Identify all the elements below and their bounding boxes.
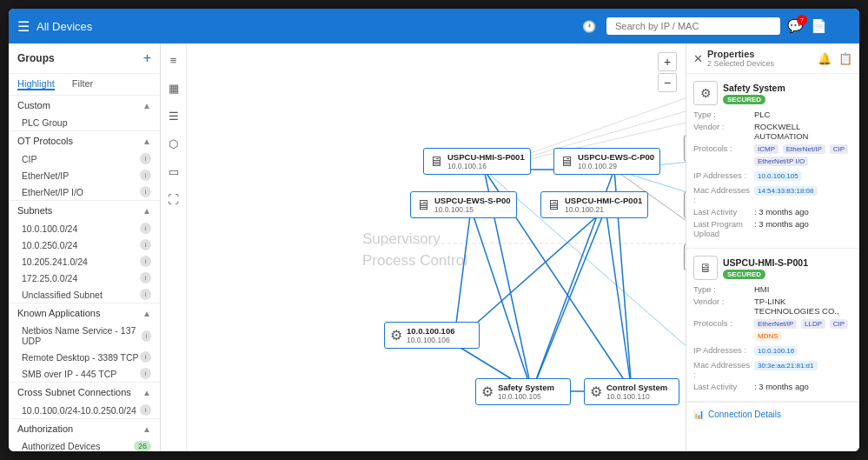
info-icon-rdp[interactable]: i <box>140 351 151 363</box>
tool-box[interactable]: ▭ <box>164 162 183 181</box>
info-icon-ethernetip[interactable]: i <box>140 170 151 181</box>
sidebar-item-subnet-4[interactable]: 172.25.0.0/24 i <box>9 270 160 286</box>
info-icon-subnet1[interactable]: i <box>140 223 151 234</box>
hmi-protocol-ethernetip: EtherNet/IP <box>754 319 797 329</box>
sidebar-item-cross-subnet[interactable]: 10.0.100.0/24-10.0.250.0/24 i <box>9 402 160 418</box>
info-icon-subnet2[interactable]: i <box>140 239 151 250</box>
device-node-uspcu-hmi-c-p001[interactable]: 🖥 USPCU-HMI-C-P001 10.0.100.21 <box>540 191 648 218</box>
control-icon: ⚙ <box>590 383 602 400</box>
hmi-protocol-mdns: MDNS <box>754 331 782 341</box>
sidebar-item-ethernetip-io[interactable]: EtherNet/IP I/O i <box>9 183 160 200</box>
tool-hex[interactable]: ⬡ <box>164 134 183 153</box>
properties-close-button[interactable]: ✕ <box>693 52 703 65</box>
sidebar-section-header-cross-subnet[interactable]: Cross Subnet Connections ▲ <box>9 383 160 402</box>
info-icon-netbios[interactable]: i <box>142 330 151 342</box>
prop-ip-row: IP Addresses : 10.0.100.105 <box>693 170 852 183</box>
chat-icon-btn[interactable]: 💬 7 <box>787 18 804 34</box>
device-node-uspcu-ews-c-p00[interactable]: 🖥 USPCU-EWS-C-P00 10.0.100.29 <box>553 148 660 175</box>
search-input[interactable] <box>606 17 780 35</box>
sidebar-title: Groups <box>17 52 55 64</box>
info-icon-smb[interactable]: i <box>140 368 151 379</box>
hmi-protocol-cip: CIP <box>830 319 848 329</box>
sidebar-item-netbios[interactable]: Netbios Name Service - 137 UDP i <box>9 323 160 349</box>
tool-panel: ≡ ▦ ☰ ⬡ ▭ ⛶ <box>161 43 187 451</box>
properties-bell-icon[interactable]: 🔔 <box>818 52 832 65</box>
filter-tab-highlight[interactable]: Highlight <box>17 78 55 90</box>
connection-details-button[interactable]: 📊 Connection Details <box>686 402 859 426</box>
info-icon-subnet4[interactable]: i <box>140 272 151 283</box>
prop-hmi-protocols-row: Protocols : EtherNet/IP LLDP CIP MDNS <box>693 318 852 343</box>
sidebar-item-authorized[interactable]: Authorized Devices 26 <box>9 438 160 451</box>
zone-supervisory-label: Supervisory <box>362 230 441 248</box>
sidebar-add-button[interactable]: + <box>143 50 151 66</box>
device-node-10-0-250-2[interactable]: 🖥 10.0.250.2 10.0.250.2 <box>684 191 686 218</box>
info-icon-subnet3[interactable]: i <box>140 256 151 267</box>
notification-badge: 7 <box>797 15 807 25</box>
info-icon-cip[interactable]: i <box>140 153 151 164</box>
sidebar-section-subnets: Subnets ▲ 10.0.100.0/24 i 10.0.250.0/24 … <box>9 201 160 303</box>
hmi-mac-addr-chip[interactable]: 30:3e:aa:21:81:d1 <box>754 361 818 370</box>
device-node-10-0-100-1[interactable]: 🖥 10.0.100.1 10.0.100.1 <box>684 135 686 162</box>
device-node-uspcu-ews-s-p00[interactable]: 🖥 USPCU-EWS-S-P00 10.0.100.15 <box>410 191 517 218</box>
sidebar-item-smb[interactable]: SMB over IP - 445 TCP i <box>9 365 160 382</box>
sidebar-item-cip[interactable]: CIP i <box>9 150 160 167</box>
sidebar-item-subnet-1[interactable]: 10.0.100.0/24 i <box>9 220 160 237</box>
tool-select[interactable]: ≡ <box>164 50 183 70</box>
doc-icon-btn[interactable]: 📄 <box>811 18 827 34</box>
hmi-protocol-lldp: LLDP <box>801 319 825 329</box>
canvas-area: ≡ ▦ ☰ ⬡ ▭ ⛶ Supervisory Process Control <box>161 43 686 451</box>
prop-last-activity-row: Last Activity : 3 months ago <box>693 207 852 217</box>
zoom-in-button[interactable]: + <box>658 52 677 71</box>
filter-tab-filter[interactable]: Filter <box>72 78 93 90</box>
sidebar-item-subnet-2[interactable]: 10.0.250.0/24 i <box>9 237 160 253</box>
prop-mac-row: Mac Addresses : 14:54:33:83:18:08 <box>693 185 852 204</box>
hmi-ip-addr-chip[interactable]: 10.0.100.16 <box>754 346 798 356</box>
ip-addr-chip-1[interactable]: 10.0.100.105 <box>754 171 802 181</box>
tool-list[interactable]: ☰ <box>164 106 183 125</box>
properties-title: Properties <box>707 49 774 59</box>
device-node-control-system[interactable]: ⚙ Control System 10.0.100.110 <box>584 378 679 405</box>
prop-hmi-ip-row: IP Addresses : 10.0.100.16 <box>693 345 852 357</box>
zoom-controls: + − <box>658 52 677 92</box>
device-node-uspcu-hmi-s-p001[interactable]: 🖥 USPCU-HMI-S-P001 10.0.100.16 <box>423 148 531 175</box>
prop-protocols-row: Protocols : ICMP EtherNet/IP CIP EtherNe… <box>693 143 852 168</box>
properties-header: ✕ Properties 2 Selected Devices 🔔 📋 <box>686 43 859 74</box>
info-icon-unclassified[interactable]: i <box>140 289 151 300</box>
chart-icon: 📊 <box>693 410 704 419</box>
network-map: Supervisory Process Control <box>189 43 686 451</box>
sidebar-item-ethernetip[interactable]: EtherNet/IP i <box>9 167 160 183</box>
tool-expand[interactable]: ⛶ <box>164 190 183 209</box>
sidebar-item-unclassified-subnet[interactable]: Unclassified Subnet i <box>9 286 160 303</box>
sidebar-section-header-custom[interactable]: Custom ▲ <box>9 96 160 115</box>
sidebar-filter-row: Highlight Filter <box>9 74 160 96</box>
sidebar-section-header-subnets[interactable]: Subnets ▲ <box>9 201 160 220</box>
safety-system-card-icon: ⚙ <box>693 81 718 105</box>
device-node-10-0-250-1[interactable]: 🖥 10.0.250.1 10.0.250.1 <box>684 243 686 270</box>
sidebar-item-rdp[interactable]: Remote Desktop - 3389 TCP i <box>9 349 160 365</box>
sidebar-section-header-ot[interactable]: OT Protocols ▲ <box>9 131 160 150</box>
chevron-up-icon: ▲ <box>142 101 151 110</box>
properties-subtitle: 2 Selected Devices <box>707 59 774 68</box>
device-node-safety-system[interactable]: ⚙ Safety System 10.0.100.105 <box>475 378 571 405</box>
sidebar-section-header-auth[interactable]: Authorization ▲ <box>9 419 160 438</box>
zoom-out-button[interactable]: − <box>658 73 677 92</box>
main-body: Groups + Highlight Filter Custom ▲ PLC G… <box>9 43 859 451</box>
sidebar-item-plc-group[interactable]: PLC Group <box>9 115 160 130</box>
clock-icon[interactable]: 🕐 <box>582 20 596 33</box>
sidebar-section-header-known-apps[interactable]: Known Applications ▲ <box>9 303 160 323</box>
info-icon-cross[interactable]: i <box>140 404 151 416</box>
device-card-uspcu-hmi: 🖥 USPCU-HMI-S-P001 SECURED Type : HMI Ve… <box>686 249 859 402</box>
user-icon-btn[interactable]: 👤 <box>834 18 851 34</box>
device-node-10-0-100-106[interactable]: ⚙ 10.0.100.106 10.0.100.106 <box>384 322 480 349</box>
header-title: All Devices <box>36 20 575 33</box>
mac-addr-chip-1[interactable]: 14:54:33:83:18:08 <box>754 186 818 196</box>
connection-details-label: Connection Details <box>708 410 781 419</box>
prop-last-upload-row: Last Program Upload : 3 months ago <box>693 219 852 238</box>
info-icon-ethernetip-io[interactable]: i <box>140 186 151 197</box>
safety-icon: ⚙ <box>481 383 494 400</box>
svg-line-13 <box>471 209 532 391</box>
menu-icon[interactable]: ☰ <box>17 18 30 35</box>
sidebar-item-subnet-3[interactable]: 10.205.241.0/24 i <box>9 253 160 270</box>
properties-doc-icon[interactable]: 📋 <box>838 52 852 65</box>
tool-grid[interactable]: ▦ <box>164 78 183 97</box>
